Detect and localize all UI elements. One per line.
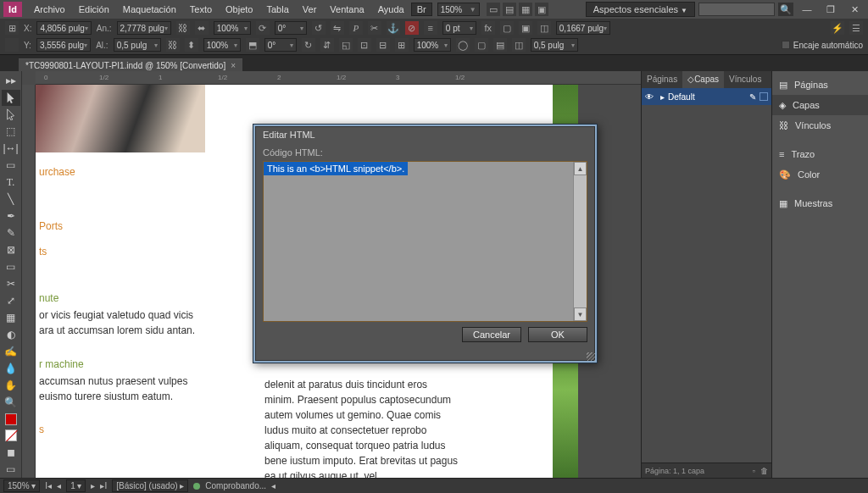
menu-maquetacion[interactable]: Maquetación — [116, 0, 183, 19]
rectangle-frame-tool[interactable]: ⊠ — [2, 242, 20, 258]
y-field[interactable]: 3,5556 pulg▾ — [36, 38, 91, 52]
gradient-feather-tool[interactable]: ◐ — [2, 326, 20, 342]
anchor-icon[interactable]: ⚓ — [387, 21, 400, 35]
body-text[interactable]: ara ut accumsan lorem sidu antan. — [39, 323, 195, 338]
rotate-cw-icon[interactable]: ↻ — [302, 38, 315, 52]
note-tool[interactable]: ✍ — [2, 343, 20, 359]
hand-tool[interactable]: ✋ — [2, 377, 20, 393]
body-text[interactable]: accumsan nutus praesent vulpes — [39, 374, 187, 389]
selection-square-icon[interactable] — [760, 92, 768, 101]
window-minimize-icon[interactable]: — — [797, 2, 817, 17]
help-search[interactable] — [698, 3, 775, 16]
tab-paginas[interactable]: Páginas — [642, 71, 682, 88]
page-tool[interactable]: ⬚ — [2, 124, 20, 140]
scalex-field[interactable]: 100%▾ — [214, 21, 251, 35]
flip-v-icon[interactable]: ⇵ — [320, 38, 334, 52]
rectangle-tool[interactable]: ▭ — [2, 258, 20, 274]
scroll-track[interactable] — [574, 175, 587, 307]
menu-ver[interactable]: Ver — [296, 0, 324, 19]
fit-icon[interactable]: ⊡ — [358, 38, 371, 52]
arrange-icon[interactable]: ▦ — [519, 3, 532, 16]
type-tool[interactable]: T. — [2, 174, 20, 191]
eyedropper-tool[interactable]: 💧 — [2, 360, 20, 376]
fill-stroke-swatch[interactable] — [2, 411, 20, 427]
heading[interactable]: r machine — [39, 358, 84, 370]
cancel-button[interactable]: Cancelar — [462, 327, 521, 342]
scaley-field[interactable]: 100%▾ — [203, 38, 241, 52]
opacity-field[interactable]: 100%▾ — [414, 38, 451, 52]
screen-mode-icon[interactable]: ▣ — [535, 3, 548, 16]
search-icon[interactable]: 🔍 — [778, 3, 793, 16]
panel-capas[interactable]: ◈Capas — [772, 95, 868, 115]
content-collector-tool[interactable]: ▭ — [2, 158, 20, 174]
rowgap-field[interactable]: 0,5 pulg▾ — [531, 38, 578, 52]
wrap-bound-icon[interactable]: ▢ — [475, 38, 488, 52]
heading[interactable]: s — [39, 424, 44, 435]
collapse-icon[interactable]: ▸▸ — [2, 73, 20, 89]
flip-h-icon[interactable]: ⇋ — [331, 21, 344, 35]
clip-icon[interactable]: ✂ — [368, 21, 381, 35]
drop-icon[interactable]: ◯ — [456, 38, 470, 52]
menu-objeto[interactable]: Objeto — [219, 0, 259, 19]
vertical-ruler[interactable] — [22, 85, 36, 478]
first-page-icon[interactable]: I◂ — [45, 481, 52, 490]
panel-muestras[interactable]: ▦Muestras — [772, 193, 868, 213]
pencil-tool[interactable]: ✎ — [2, 225, 20, 241]
fit-icon[interactable]: ⊞ — [395, 38, 409, 52]
link-icon[interactable]: ⛓ — [166, 38, 180, 52]
line-tool[interactable]: ╲ — [2, 191, 20, 208]
checkbox-icon[interactable] — [782, 41, 790, 49]
shear-field[interactable]: 0°▾ — [264, 38, 297, 52]
fx-icon[interactable]: fx — [481, 21, 495, 35]
menu-ayuda[interactable]: Ayuda — [371, 0, 411, 19]
window-restore-icon[interactable]: ❐ — [821, 2, 841, 17]
body-text[interactable]: euismo turere siustum eatum. — [39, 389, 173, 404]
w-field[interactable]: 2,7778 pulg▾ — [117, 21, 171, 35]
pen-icon[interactable]: ✎ — [749, 92, 756, 102]
apply-color-icon[interactable]: ◼ — [2, 445, 20, 461]
resize-grip-icon[interactable] — [587, 352, 595, 361]
stroke-none-swatch[interactable] — [2, 428, 20, 444]
visibility-icon[interactable]: 👁 — [645, 92, 657, 102]
prev-page-icon[interactable]: ◂ — [57, 481, 61, 490]
panel-color[interactable]: 🎨Color — [772, 164, 868, 185]
selection-tool[interactable] — [2, 90, 20, 106]
direct-selection-tool[interactable] — [2, 107, 20, 123]
no-stroke-icon[interactable]: ⊘ — [405, 21, 419, 35]
delete-layer-icon[interactable]: 🗑 — [760, 467, 768, 475]
zoom-dropdown[interactable]: 150%▼ — [437, 3, 480, 16]
ref-point-icon[interactable]: ⊞ — [5, 21, 19, 35]
layers-list[interactable]: 👁 ▸ Default ✎ — [642, 88, 771, 105]
view-mode-icon[interactable]: ▭ — [2, 462, 20, 478]
new-layer-icon[interactable]: ▫ — [753, 467, 755, 475]
gradient-swatch-tool[interactable]: ▦ — [2, 309, 20, 325]
ok-button[interactable]: OK — [528, 327, 587, 342]
wrap-icon[interactable]: ▢ — [500, 21, 514, 35]
link-icon[interactable]: ⛓ — [176, 21, 190, 35]
tab-vinculos[interactable]: Vínculos — [724, 71, 766, 88]
menu-edicion[interactable]: Edición — [72, 0, 116, 19]
menu-tabla[interactable]: Tabla — [259, 0, 295, 19]
body-text[interactable]: or vicis feugiat valetudo quad vicis — [39, 307, 193, 323]
scissors-tool[interactable]: ✂ — [2, 275, 20, 291]
panel-trazo[interactable]: ≡Trazo — [772, 144, 868, 164]
preset-field[interactable]: [Básico] (usado) ▸ — [112, 479, 188, 492]
workspace-switcher[interactable]: Aspectos esenciales ▼ — [586, 2, 695, 17]
bridge-button[interactable]: Br — [411, 3, 432, 16]
gap-field[interactable]: 0,1667 pulg▾ — [556, 21, 610, 35]
h-field[interactable]: 0,5 pulg▾ — [114, 38, 161, 52]
html-code-textarea[interactable]: This is an <b>HTML snippet</b>. ▲ ▼ — [263, 161, 587, 322]
pen-tool[interactable]: ✒ — [2, 208, 20, 224]
zoom-tool[interactable]: 🔍 — [2, 394, 20, 410]
wrap-through-icon[interactable]: ▤ — [493, 38, 507, 52]
auto-fit-toggle[interactable]: Encaje automático — [782, 41, 863, 50]
placed-image[interactable] — [36, 85, 205, 152]
document-tab[interactable]: *TC9990801-LAYOUT-PI1.indd @ 150% [Conve… — [19, 58, 242, 72]
strokewt-field[interactable]: 0 pt▾ — [442, 21, 476, 35]
view-mode-icon[interactable]: ▭ — [487, 3, 500, 16]
layer-row[interactable]: 👁 ▸ Default ✎ — [642, 88, 771, 105]
close-tab-icon[interactable]: × — [231, 61, 236, 70]
window-close-icon[interactable]: ✕ — [844, 2, 865, 17]
heading[interactable]: Ports — [39, 220, 63, 232]
scroll-left-icon[interactable]: ◂ — [271, 481, 275, 490]
